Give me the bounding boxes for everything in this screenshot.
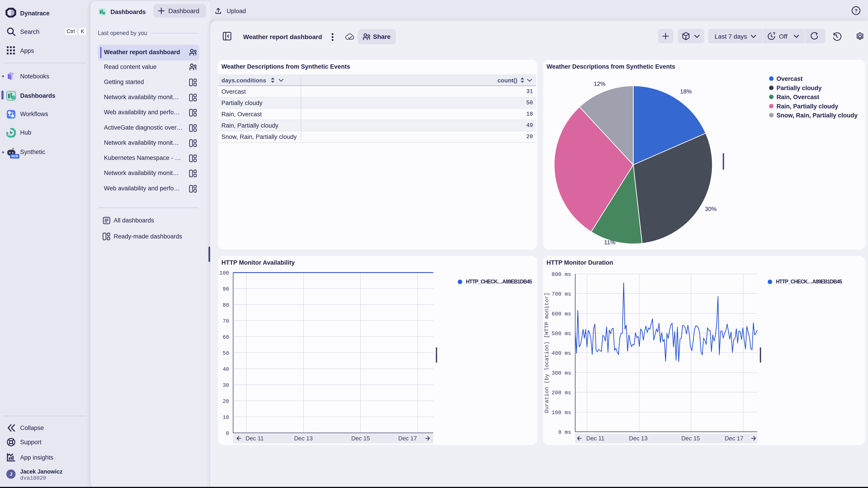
svg-text:Dec 13: Dec 13 xyxy=(629,435,648,442)
svg-text:90: 90 xyxy=(222,286,229,292)
svg-text:100: 100 xyxy=(219,270,229,276)
svg-text:600 ms: 600 ms xyxy=(552,311,571,317)
svg-text:700 ms: 700 ms xyxy=(552,291,571,297)
svg-text:40: 40 xyxy=(222,366,229,372)
svg-text:Dec 13: Dec 13 xyxy=(294,435,313,442)
svg-text:Dec 17: Dec 17 xyxy=(725,435,743,442)
svg-text:70: 70 xyxy=(222,318,229,324)
svg-text:300 ms: 300 ms xyxy=(552,370,571,376)
svg-text:500 ms: 500 ms xyxy=(552,331,571,337)
svg-text:60: 60 xyxy=(222,334,229,340)
svg-text:30: 30 xyxy=(222,382,229,388)
svg-text:800 ms: 800 ms xyxy=(552,271,571,278)
svg-text:50: 50 xyxy=(222,350,229,356)
svg-text:Dec 11: Dec 11 xyxy=(586,435,604,442)
svg-text:Duration (by location) [HTTP m: Duration (by location) [HTTP monitor] xyxy=(544,293,550,413)
svg-text:0 ms: 0 ms xyxy=(558,429,571,435)
svg-text:Dec 11: Dec 11 xyxy=(246,435,264,442)
svg-text:10: 10 xyxy=(222,414,229,421)
svg-text:80: 80 xyxy=(222,302,229,308)
svg-text:Dec 15: Dec 15 xyxy=(351,435,370,442)
svg-text:Dec 17: Dec 17 xyxy=(398,435,417,442)
svg-text:200 ms: 200 ms xyxy=(552,390,571,396)
svg-text:400 ms: 400 ms xyxy=(552,350,571,356)
svg-text:Dec 15: Dec 15 xyxy=(681,435,700,442)
svg-text:?: ? xyxy=(855,8,857,13)
svg-text:100 ms: 100 ms xyxy=(552,410,571,416)
svg-text:0: 0 xyxy=(226,430,229,436)
svg-text:20: 20 xyxy=(222,398,229,404)
